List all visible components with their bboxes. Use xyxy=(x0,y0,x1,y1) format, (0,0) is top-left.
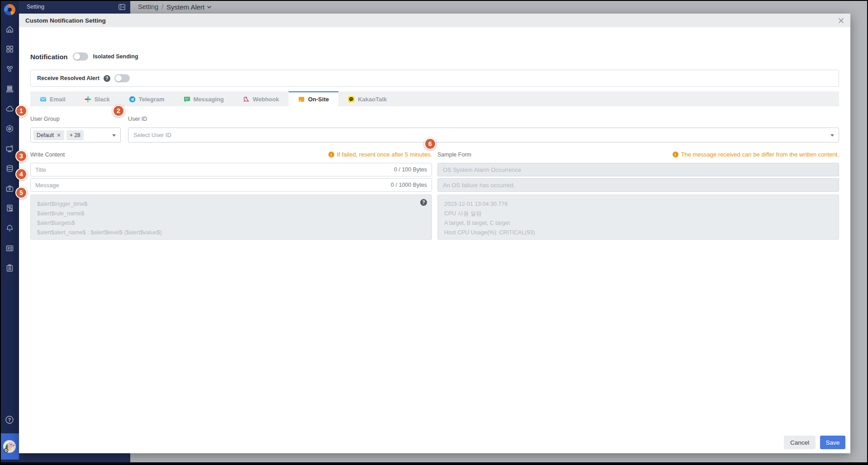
modal-footer: Cancel Save xyxy=(784,436,845,449)
title-input[interactable] xyxy=(31,163,394,176)
tab-messaging[interactable]: Messaging xyxy=(174,91,233,106)
sidebar-help[interactable]: ? xyxy=(0,413,19,427)
breadcrumb: Setting / System Alert xyxy=(130,0,868,14)
user-menu[interactable] xyxy=(0,433,19,460)
tab-slack[interactable]: Slack xyxy=(75,91,119,106)
callout-badge-4: 4 xyxy=(15,168,27,180)
user-id-label: User ID xyxy=(128,116,147,122)
user-id-input[interactable] xyxy=(128,128,839,142)
tab-telegram[interactable]: Telegram xyxy=(119,91,174,106)
sidebar: ? xyxy=(0,0,19,462)
modal-header: Custom Notification Setting xyxy=(19,14,850,27)
tab-webhook[interactable]: Webhook xyxy=(233,91,289,106)
modal-body: Notification Isolated Sending Receive Re… xyxy=(19,27,850,453)
title-field: 0 / 100 Bytes xyxy=(30,163,432,176)
breadcrumb-current[interactable]: System Alert xyxy=(166,3,212,11)
id-card-icon xyxy=(5,244,14,252)
app-logo[interactable] xyxy=(0,0,19,19)
warning-icon: ! xyxy=(673,152,678,157)
panel-collapse-icon[interactable] xyxy=(119,4,125,10)
sample-line: A target, B target, C target xyxy=(444,218,832,228)
callout-badge-3: 3 xyxy=(15,150,27,162)
user-id-select[interactable] xyxy=(128,128,839,142)
user-group-select[interactable]: Default ✕ + 28 xyxy=(30,128,121,142)
window-bottom-edge xyxy=(0,462,868,465)
cancel-button[interactable]: Cancel xyxy=(784,436,816,449)
dropdown-caret-icon xyxy=(830,134,834,137)
user-group-more-chip: + 28 xyxy=(66,130,84,140)
isolated-sending-label: Isolated Sending xyxy=(93,53,138,60)
avatar xyxy=(2,439,17,454)
notification-section-header: Notification Isolated Sending xyxy=(30,52,138,61)
receive-help-icon[interactable]: ? xyxy=(104,75,110,82)
bell-icon xyxy=(5,224,14,232)
write-content-label: Write Content xyxy=(30,152,65,158)
message-input[interactable] xyxy=(31,179,391,191)
kakaotalk-icon: TALK xyxy=(348,96,355,103)
callout-badge-1: 1 xyxy=(15,105,27,117)
kubernetes-icon xyxy=(5,124,14,133)
dropdown-caret-icon xyxy=(112,134,116,137)
sample-form-warning: ! The message received can be differ fro… xyxy=(673,151,840,158)
sample-line: CPU 사용 알람 xyxy=(444,209,832,218)
sample-form-header: Sample Form ! The message received can b… xyxy=(437,151,839,158)
apps-grid-icon xyxy=(5,45,14,53)
template-line: $alert$targets$ xyxy=(37,218,425,228)
tab-email[interactable]: Email xyxy=(30,91,75,106)
title-byte-counter: 0 / 100 Bytes xyxy=(394,166,432,173)
template-help-icon[interactable]: ? xyxy=(420,199,427,206)
database-icon xyxy=(5,164,14,173)
cluster-icon xyxy=(5,65,14,73)
template-line: $alert$alert_name$ : $alert$level$ ($ale… xyxy=(37,228,425,237)
sidebar-item-home[interactable] xyxy=(0,19,19,39)
sidebar-item-document-list[interactable] xyxy=(0,258,19,278)
panel-title: Setting xyxy=(27,4,44,10)
svg-text:TALK: TALK xyxy=(350,98,354,100)
content-template-textarea[interactable]: $alert$trigger_time$ $alert$rule_name$ $… xyxy=(30,195,432,240)
tab-kakaotalk[interactable]: TALK KakaoTalk xyxy=(338,91,396,106)
message-byte-counter: 0 / 1000 Bytes xyxy=(391,182,432,188)
chevron-down-icon xyxy=(207,5,212,9)
tab-on-site[interactable]: On-Site xyxy=(289,91,338,106)
cloud-icon xyxy=(5,104,14,113)
receive-resolved-alert-label: Receive Resolved Alert xyxy=(37,75,100,81)
save-button[interactable]: Save xyxy=(820,436,845,449)
sidebar-item-cluster[interactable] xyxy=(0,59,19,79)
user-group-label: User Group xyxy=(30,116,60,122)
sidebar-item-kubernetes[interactable] xyxy=(0,119,19,138)
callout-badge-5: 5 xyxy=(15,187,27,199)
isolated-sending-toggle[interactable] xyxy=(73,52,88,61)
document-list-icon xyxy=(5,264,14,272)
message-field: 0 / 1000 Bytes xyxy=(30,178,432,192)
chip-remove-icon[interactable]: ✕ xyxy=(57,133,61,138)
modal-title: Custom Notification Setting xyxy=(25,17,106,24)
sample-form-label: Sample Form xyxy=(437,152,471,158)
close-icon[interactable] xyxy=(838,18,844,24)
notification-heading: Notification xyxy=(30,53,68,61)
sample-title-field: OS System Alarm Occurrence xyxy=(437,163,839,176)
settings-panel-header: Setting xyxy=(19,0,130,14)
sidebar-item-report-search[interactable] xyxy=(0,198,19,218)
breadcrumb-separator: / xyxy=(161,3,163,10)
user-group-chip: Default ✕ xyxy=(33,130,64,140)
template-line: $alert$trigger_time$ xyxy=(37,199,425,209)
report-search-icon xyxy=(5,204,14,213)
sample-line: Host CPU Usage(%): CRITICAL(93) xyxy=(444,228,832,237)
sidebar-item-apps[interactable] xyxy=(0,39,19,59)
template-line: $alert$rule_name$ xyxy=(37,209,425,218)
sample-preview-textarea: 2023-12-01 13:04:30.776 CPU 사용 알람 A targ… xyxy=(437,195,839,240)
sidebar-item-server-list[interactable] xyxy=(0,79,19,99)
receive-resolved-alert-toggle[interactable] xyxy=(114,74,130,82)
home-icon xyxy=(5,25,14,33)
channel-tabbar: Email Slack Telegram xyxy=(30,91,839,106)
sidebar-item-id-card[interactable] xyxy=(0,238,19,258)
toolbox-icon xyxy=(5,184,14,193)
write-content-warning: ! If failed, resent once after 5 minutes… xyxy=(328,151,432,158)
warning-icon: ! xyxy=(328,152,334,157)
breadcrumb-root[interactable]: Setting xyxy=(138,3,158,10)
callout-badge-6: 6 xyxy=(424,138,436,150)
sample-message-field: An OS failure has occurred. xyxy=(437,178,839,192)
telegram-icon xyxy=(129,96,136,103)
sidebar-item-alerts[interactable] xyxy=(0,218,19,238)
help-icon: ? xyxy=(5,415,14,424)
